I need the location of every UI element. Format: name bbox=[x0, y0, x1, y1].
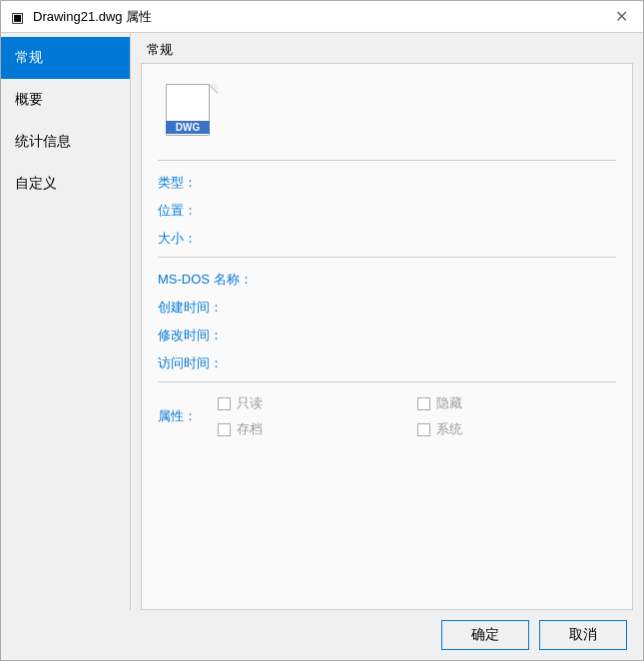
attributes-label: 属性： bbox=[158, 407, 218, 425]
content-panel: DWG 类型： 位置： 大小： bbox=[141, 63, 633, 610]
field-created-label: 创建时间： bbox=[158, 299, 258, 317]
field-msdos-label: MS-DOS 名称： bbox=[158, 271, 258, 289]
archive-label: 存档 bbox=[237, 420, 263, 438]
section-label: 常规 bbox=[131, 33, 643, 63]
system-label: 系统 bbox=[436, 420, 462, 438]
dialog-footer: 确定 取消 bbox=[1, 610, 643, 660]
field-size: 大小： bbox=[158, 225, 616, 253]
field-modified-label: 修改时间： bbox=[158, 327, 258, 344]
archive-checkbox[interactable] bbox=[218, 423, 231, 436]
separator-2 bbox=[158, 257, 616, 258]
system-checkbox[interactable] bbox=[417, 423, 430, 436]
attr-archive: 存档 bbox=[218, 420, 417, 438]
file-icon-area: DWG bbox=[158, 76, 616, 156]
field-location: 位置： bbox=[158, 197, 616, 225]
title-bar-left: ▣ Drawing21.dwg 属性 bbox=[11, 8, 152, 26]
window-icon: ▣ bbox=[11, 9, 27, 25]
fields-group-1: 类型： 位置： 大小： bbox=[158, 169, 616, 253]
attr-system: 系统 bbox=[417, 420, 617, 438]
sidebar-item-summary[interactable]: 概要 bbox=[1, 79, 130, 121]
field-modified: 修改时间： bbox=[158, 322, 616, 349]
sidebar: 常规 概要 统计信息 自定义 bbox=[1, 33, 131, 610]
attributes-checkboxes: 只读 存档 隐藏 bbox=[218, 394, 616, 438]
readonly-checkbox[interactable] bbox=[218, 397, 231, 410]
separator-3 bbox=[158, 381, 616, 382]
main-content: 常规 DWG 类型： bbox=[131, 33, 643, 610]
hidden-checkbox[interactable] bbox=[417, 397, 430, 410]
dialog-window: ▣ Drawing21.dwg 属性 ✕ 常规 概要 统计信息 自定义 常规 bbox=[0, 0, 644, 661]
cancel-button[interactable]: 取消 bbox=[539, 620, 627, 650]
sidebar-item-statistics[interactable]: 统计信息 bbox=[1, 121, 130, 163]
attr-col-2: 隐藏 系统 bbox=[417, 394, 617, 438]
separator-1 bbox=[158, 160, 616, 161]
sidebar-item-custom[interactable]: 自定义 bbox=[1, 163, 130, 205]
attr-col-1: 只读 存档 bbox=[218, 394, 417, 438]
dialog-body: 常规 概要 统计信息 自定义 常规 DWG bbox=[1, 33, 643, 610]
ok-button[interactable]: 确定 bbox=[441, 620, 529, 650]
field-location-label: 位置： bbox=[158, 202, 258, 220]
attributes-row: 属性： 只读 存档 bbox=[158, 394, 616, 438]
dwg-icon: DWG bbox=[166, 84, 218, 140]
field-accessed: 访问时间： bbox=[158, 349, 616, 377]
field-msdos: MS-DOS 名称： bbox=[158, 266, 616, 294]
window-title: Drawing21.dwg 属性 bbox=[33, 8, 152, 26]
field-type-label: 类型： bbox=[158, 174, 258, 192]
close-button[interactable]: ✕ bbox=[609, 5, 633, 29]
field-type: 类型： bbox=[158, 169, 616, 197]
fields-group-2: MS-DOS 名称： 创建时间： 修改时间： 访问时间： bbox=[158, 266, 616, 377]
field-accessed-label: 访问时间： bbox=[158, 354, 258, 372]
attr-hidden: 隐藏 bbox=[417, 394, 617, 412]
sidebar-item-general[interactable]: 常规 bbox=[1, 37, 130, 79]
field-created: 创建时间： bbox=[158, 294, 616, 322]
readonly-label: 只读 bbox=[237, 394, 263, 412]
dwg-badge: DWG bbox=[166, 121, 210, 134]
title-bar: ▣ Drawing21.dwg 属性 ✕ bbox=[1, 1, 643, 33]
field-size-label: 大小： bbox=[158, 230, 258, 248]
dwg-icon-fold-inner bbox=[209, 84, 218, 93]
attr-readonly: 只读 bbox=[218, 394, 417, 412]
hidden-label: 隐藏 bbox=[436, 394, 462, 412]
